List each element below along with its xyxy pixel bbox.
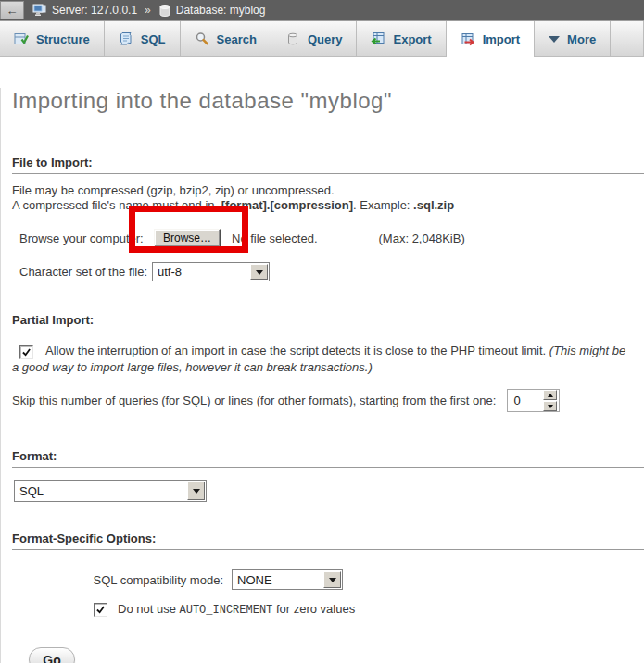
skip-queries-input[interactable]: 0 bbox=[507, 389, 560, 412]
compression-line: File may be compressed (gzip, bzip2, zip… bbox=[12, 183, 335, 197]
tab-import[interactable]: Import bbox=[447, 21, 535, 57]
export-icon bbox=[371, 31, 385, 46]
charset-select[interactable]: utf-8 bbox=[152, 262, 270, 281]
main-content: Importing into the database "myblog" Fil… bbox=[0, 88, 644, 663]
check-icon bbox=[96, 606, 105, 614]
charset-row: Character set of the file: utf-8 bbox=[12, 262, 633, 281]
tab-more[interactable]: More bbox=[535, 21, 611, 56]
browse-row: Browse your computer: Browse… No file se… bbox=[12, 228, 633, 248]
tab-bar-filler bbox=[611, 21, 644, 56]
tab-structure[interactable]: Structure bbox=[0, 21, 105, 56]
charset-selected-value: utf-8 bbox=[153, 263, 249, 281]
sql-compatibility-select[interactable]: NONE bbox=[232, 569, 343, 590]
name-rule-mid: . Example: bbox=[353, 198, 413, 212]
tab-sql[interactable]: SQL bbox=[105, 21, 181, 56]
check-icon bbox=[22, 348, 31, 357]
spin-up-icon[interactable] bbox=[543, 390, 557, 400]
server-icon bbox=[32, 3, 47, 18]
breadcrumb-server-label[interactable]: Server: 127.0.0.1 bbox=[52, 4, 137, 17]
tab-bar: Structure SQL Search bbox=[0, 20, 644, 57]
structure-icon bbox=[14, 31, 29, 46]
import-icon bbox=[461, 32, 475, 47]
format-select[interactable]: SQL bbox=[14, 480, 207, 502]
allow-interruption-option: Allow the interruption of an import in c… bbox=[12, 343, 633, 375]
compression-note: File may be compressed (gzip, bzip2, zip… bbox=[12, 183, 633, 213]
no-file-selected-text: No file selected. bbox=[232, 231, 318, 245]
tab-query[interactable]: Query bbox=[271, 21, 358, 56]
tab-label: Import bbox=[483, 32, 520, 46]
section-file-to-import: File to Import: File may be compressed (… bbox=[12, 156, 633, 281]
skip-queries-label: Skip this number of queries (for SQL) or… bbox=[12, 394, 496, 407]
chevron-down-icon[interactable] bbox=[187, 482, 205, 500]
tab-label: Export bbox=[393, 32, 431, 46]
section-legend: File to Import: bbox=[12, 156, 644, 174]
skip-queries-row: Skip this number of queries (for SQL) or… bbox=[12, 388, 633, 413]
tab-label: More bbox=[567, 32, 596, 46]
breadcrumb-bar: ← Server: 127.0.0.1 » Database: bbox=[0, 0, 644, 20]
section-partial-import: Partial Import: Allow the interruption o… bbox=[12, 313, 633, 413]
allow-interruption-checkbox[interactable] bbox=[19, 345, 33, 359]
auto-increment-code: AUTO_INCREMENT bbox=[180, 604, 273, 617]
section-legend: Partial Import: bbox=[12, 313, 644, 332]
skip-queries-value: 0 bbox=[510, 394, 543, 407]
max-upload-size: (Max: 2,048KiB) bbox=[379, 231, 465, 245]
search-icon bbox=[195, 31, 209, 46]
query-icon bbox=[285, 31, 300, 46]
chevron-down-icon[interactable] bbox=[323, 571, 341, 588]
tab-search[interactable]: Search bbox=[181, 21, 271, 56]
tab-label: Structure bbox=[36, 32, 90, 46]
section-format-specific-options: Format-Specific Options: SQL compatibili… bbox=[12, 532, 633, 617]
phpmyadmin-import-page: ← Server: 127.0.0.1 » Database: bbox=[0, 0, 644, 663]
tab-label: Query bbox=[308, 32, 343, 46]
auto-increment-suffix: for zero values bbox=[272, 602, 355, 616]
charset-label: Character set of the file: bbox=[19, 265, 152, 279]
section-legend: Format-Specific Options: bbox=[12, 532, 644, 550]
section-format: Format: SQL bbox=[12, 449, 633, 502]
tab-label: SQL bbox=[141, 32, 166, 46]
format-selected-value: SQL bbox=[15, 481, 186, 501]
sql-compatibility-label: SQL compatibility mode: bbox=[12, 573, 223, 587]
name-rule-prefix: A compressed file's name must end in bbox=[12, 198, 218, 212]
name-rule-example: .sql.zip bbox=[413, 198, 454, 212]
browse-button[interactable]: Browse… bbox=[154, 229, 221, 247]
auto-increment-text: Do not use AUTO_INCREMENT for zero value… bbox=[118, 602, 355, 617]
back-arrow-icon: ← bbox=[6, 5, 19, 17]
sql-icon bbox=[119, 31, 133, 46]
breadcrumb: Server: 127.0.0.1 » Database: myblog bbox=[32, 3, 265, 18]
tab-label: Search bbox=[217, 32, 257, 46]
name-rule-pattern: .[format].[compression] bbox=[218, 198, 353, 212]
spin-down-icon[interactable] bbox=[543, 401, 557, 411]
go-button[interactable]: Go bbox=[29, 647, 75, 663]
chevron-down-icon[interactable] bbox=[250, 264, 268, 280]
page-title: Importing into the database "myblog" bbox=[12, 88, 633, 114]
chevron-down-icon bbox=[549, 36, 560, 48]
auto-increment-prefix: Do not use bbox=[118, 602, 180, 616]
auto-increment-checkbox[interactable] bbox=[94, 603, 107, 617]
auto-increment-row: Do not use AUTO_INCREMENT for zero value… bbox=[12, 602, 633, 617]
spinner bbox=[543, 390, 557, 411]
back-button[interactable]: ← bbox=[0, 1, 24, 19]
section-legend: Format: bbox=[12, 449, 644, 468]
sql-compatibility-row: SQL compatibility mode: NONE bbox=[12, 569, 633, 590]
browse-label: Browse your computer: bbox=[19, 231, 154, 245]
tab-export[interactable]: Export bbox=[357, 21, 446, 56]
breadcrumb-database-label[interactable]: Database: myblog bbox=[176, 4, 266, 17]
database-icon bbox=[158, 4, 171, 18]
sql-compatibility-value: NONE bbox=[233, 570, 322, 589]
allow-interruption-text: Allow the interruption of an import in c… bbox=[45, 344, 549, 357]
breadcrumb-separator: » bbox=[145, 4, 151, 17]
